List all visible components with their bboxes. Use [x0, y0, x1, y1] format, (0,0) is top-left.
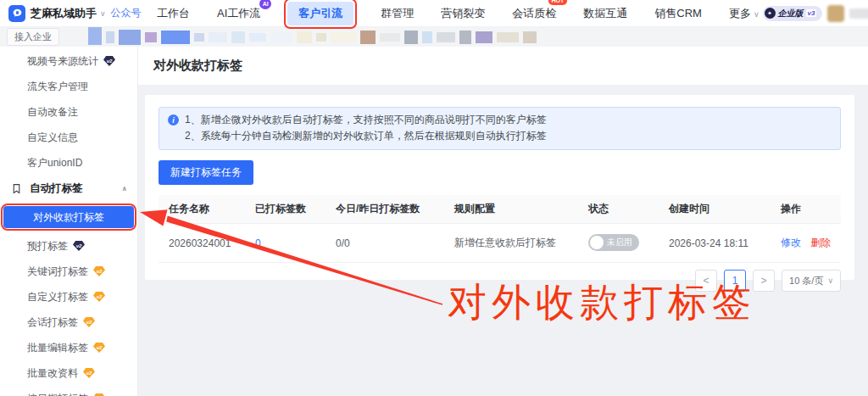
sidebar-section-label: 自动打标签: [30, 181, 83, 196]
main-content: 对外收款打标签 i 1、新增企微对外收款后自动打标签，支持按照不同的商品说明打不…: [138, 47, 868, 396]
main-navigation: 工作台 AI工作流AI 客户引流 群管理 营销裂变 会话质检HOT 数据互通 销…: [157, 2, 763, 25]
sidebar-item-video-source-stats[interactable]: 视频号来源统计 v2: [0, 48, 137, 74]
cell-tagged-count-link[interactable]: 0: [245, 237, 326, 249]
hot-badge: HOT: [548, 0, 568, 5]
delete-link[interactable]: 删除: [810, 237, 831, 248]
page-header: 对外收款打标签: [138, 47, 868, 85]
nav-more[interactable]: 更多∨: [729, 6, 763, 21]
cell-today-count: 0/0: [326, 237, 444, 249]
chevron-down-icon: ∨: [754, 10, 760, 19]
nav-workbench[interactable]: 工作台: [157, 6, 190, 21]
brand-tag[interactable]: 公众号: [111, 6, 142, 20]
chevron-up-icon[interactable]: ∧: [122, 185, 128, 192]
sidebar-item-label: 关键词打标签: [27, 265, 88, 279]
sidebar-item-label: 流失客户管理: [27, 80, 88, 94]
sidebar-item-label: 会话打标签: [27, 315, 78, 330]
sidebar-item-batch-edit-profile[interactable]: 批量改资料 v2: [0, 360, 137, 386]
v2-gem-icon: v2: [83, 317, 95, 327]
v2-gem-icon: v2: [93, 343, 105, 353]
sidebar-item-keyword-tagging[interactable]: 关键词打标签 v2: [0, 259, 137, 284]
v2-gem-icon: v2: [73, 241, 85, 251]
v2-gem-icon: v2: [103, 56, 115, 66]
v2-gem-icon: v2: [93, 266, 105, 276]
col-task-name: 任务名称: [159, 202, 245, 216]
sidebar-item-batch-edit-tags[interactable]: 批量编辑标签 v2: [0, 335, 137, 360]
v2-gem-icon: v2: [93, 292, 105, 302]
info-icon: i: [168, 114, 179, 125]
cell-actions: 修改 删除: [771, 236, 841, 250]
censored-content: [88, 30, 537, 45]
v2-gem-icon: v2: [83, 368, 95, 378]
sidebar-item-auto-remark[interactable]: 自动改备注: [0, 99, 137, 125]
sidebar-section-auto-tagging[interactable]: 自动打标签 ∧: [0, 176, 137, 201]
nav-ai-workflow[interactable]: AI工作流AI: [217, 6, 260, 21]
sidebar-item-unionid[interactable]: 客户unionID: [0, 150, 137, 176]
toggle-label: 未启用: [607, 237, 632, 248]
status-toggle[interactable]: 未启用: [588, 234, 639, 251]
bookmark-icon: [11, 183, 22, 194]
create-tagging-task-button[interactable]: 新建打标签任务: [159, 160, 253, 185]
nav-sales-crm[interactable]: 销售CRM: [654, 6, 702, 21]
sidebar-item-label: 自定义打标签: [27, 290, 88, 304]
table-row: 20260324001 0 0/0 新增任意收款后打标签 未启用 2026-03…: [159, 224, 841, 263]
app-logo-icon: [8, 5, 25, 22]
sidebar-item-label: 批量编辑标签: [27, 341, 88, 355]
col-created-time: 创建时间: [659, 202, 771, 216]
sidebar-item-chat-tagging[interactable]: 会话打标签 v2: [0, 310, 137, 335]
info-alert: i 1、新增企微对外收款后自动打标签，支持按照不同的商品说明打不同的客户标签 2…: [159, 107, 841, 150]
nav-label: 会话质检: [512, 7, 556, 20]
nav-marketing-fission[interactable]: 营销裂变: [441, 6, 485, 21]
alert-line-1: 1、新增企微对外收款后自动打标签，支持按照不同的商品说明打不同的客户标签: [185, 112, 547, 128]
edition-icon: ✦: [765, 8, 776, 19]
sidebar-item-pre-tagging[interactable]: 预打标签 v2: [0, 233, 137, 259]
sidebar-item-label: 自动改备注: [27, 105, 78, 120]
alert-line-2: 2、系统每十分钟自动检测新增的对外收款订单，然后在根据规则自动执行打标签: [185, 128, 547, 144]
sidebar-item-lost-customers[interactable]: 流失客户管理: [0, 74, 137, 99]
connect-enterprise-button[interactable]: 接入企业: [7, 28, 59, 46]
col-rule-config: 规则配置: [444, 202, 578, 216]
sidebar-item-label: 客户unionID: [27, 156, 82, 170]
annotation-text: 对外收款打标签: [448, 276, 756, 329]
sidebar-item-custom-info[interactable]: 自定义信息: [0, 125, 137, 150]
sidebar-item-date-tagging[interactable]: 按日期打标签 v2: [0, 386, 137, 396]
page-size-select[interactable]: 10 条/页 ∨: [782, 270, 841, 292]
task-table: 任务名称 已打标签数 今日/昨日打标签数 规则配置 状态 创建时间 操作 202…: [159, 195, 841, 263]
chevron-down-icon[interactable]: ∨: [100, 9, 106, 18]
cell-rule-config: 新增任意收款后打标签: [444, 236, 578, 250]
nav-data-interchange[interactable]: 数据互通: [583, 6, 627, 21]
avatar[interactable]: [827, 5, 844, 22]
sidebar-item-label: 批量改资料: [27, 366, 78, 381]
topbar-right: ✦ 企业版 v3 ∨: [763, 5, 868, 22]
brand-area[interactable]: 芝麻私域助手 ∨ 公众号: [0, 5, 138, 22]
col-tagged-count: 已打标签数: [245, 202, 326, 216]
col-status: 状态: [578, 202, 659, 216]
col-today-count: 今日/昨日打标签数: [326, 202, 444, 216]
sidebar-item-label: 预打标签: [27, 239, 68, 254]
edition-version: v3: [806, 9, 817, 17]
chevron-down-icon: ∨: [827, 276, 833, 285]
username-redacted: [849, 8, 868, 19]
table-header-row: 任务名称 已打标签数 今日/昨日打标签数 规则配置 状态 创建时间 操作: [159, 195, 841, 224]
nav-label: AI工作流: [217, 7, 260, 20]
sub-toolbar: 接入企业: [0, 27, 868, 47]
col-actions: 操作: [771, 202, 841, 216]
top-navbar: 芝麻私域助手 ∨ 公众号 工作台 AI工作流AI 客户引流 群管理 营销裂变 会…: [0, 0, 868, 27]
page-size-value: 10 条/页: [789, 275, 823, 287]
cell-status: 未启用: [578, 234, 659, 252]
edition-badge: ✦ 企业版 v3: [763, 6, 823, 21]
sidebar: 视频号来源统计 v2 流失客户管理 自动改备注 自定义信息 客户unionID …: [0, 47, 138, 396]
content-card: i 1、新增企微对外收款后自动打标签，支持按照不同的商品说明打不同的客户标签 2…: [145, 95, 854, 280]
nav-chat-inspection[interactable]: 会话质检HOT: [512, 6, 556, 21]
edition-label: 企业版: [778, 8, 804, 20]
nav-group-management[interactable]: 群管理: [381, 6, 414, 21]
annotation-box-sidebar: 对外收款打标签: [1, 204, 136, 231]
app-window: 芝麻私域助手 ∨ 公众号 工作台 AI工作流AI 客户引流 群管理 营销裂变 会…: [0, 0, 868, 396]
edit-link[interactable]: 修改: [781, 237, 801, 248]
sidebar-item-external-payment-tagging[interactable]: 对外收款打标签: [3, 206, 134, 228]
sidebar-item-custom-tagging[interactable]: 自定义打标签 v2: [0, 284, 137, 310]
ai-badge: AI: [259, 0, 271, 9]
cell-task-name: 20260324001: [159, 237, 245, 249]
nav-customer-acquisition[interactable]: 客户引流: [287, 2, 353, 25]
nav-label: 更多: [729, 7, 751, 20]
page-title: 对外收款打标签: [153, 58, 242, 74]
